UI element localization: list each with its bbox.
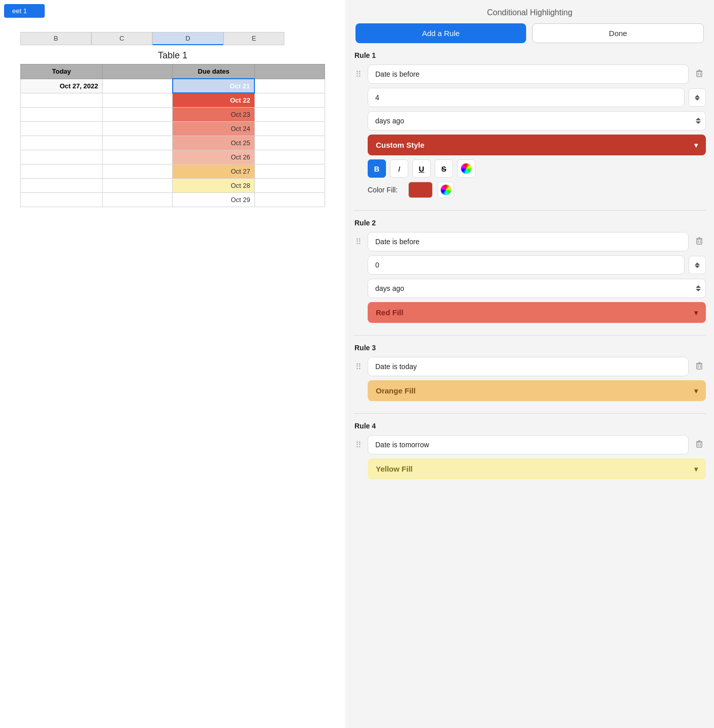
table-row: Oct 27, 2022 Oct 21 — [21, 79, 325, 93]
cell-oct28[interactable]: Oct 28 — [173, 178, 254, 192]
rule-4-style-dropdown: Yellow Fill ▾ — [353, 458, 706, 479]
text-color-button[interactable] — [457, 159, 475, 178]
rule-2-stepper[interactable] — [689, 256, 706, 274]
stepper-down-icon — [695, 98, 700, 101]
cell-b1[interactable] — [103, 79, 173, 93]
rule-1-stepper[interactable] — [689, 88, 706, 107]
svg-rect-15 — [697, 442, 702, 447]
rule-2-style-label: Red Fill — [376, 308, 403, 317]
fill-color-picker-button[interactable] — [438, 182, 454, 198]
rule-1-period-select[interactable]: days ago days from now — [368, 111, 706, 130]
cell-oct23[interactable]: Oct 23 — [173, 107, 254, 121]
panel-actions: Add a Rule Done — [345, 23, 714, 51]
conditional-highlighting-panel: Conditional Highlighting Add a Rule Done… — [345, 0, 714, 728]
th-due-dates: Due dates — [173, 64, 254, 79]
rule-2-value-input[interactable] — [368, 255, 685, 275]
cell-oct21[interactable]: Oct 21 — [173, 79, 254, 93]
rule-2-label: Rule 2 — [353, 219, 706, 227]
cell-today[interactable]: Oct 27, 2022 — [21, 79, 103, 93]
col-header-e[interactable]: E — [223, 32, 284, 45]
cell-oct22[interactable]: Oct 22 — [173, 93, 254, 107]
rule-4-style-button[interactable]: Yellow Fill ▾ — [368, 458, 706, 479]
cell-e1[interactable] — [254, 79, 324, 93]
rule-4-section: Rule 4 ⠿ Yellow Fill — [353, 422, 706, 479]
rule-4-style-label: Yellow Fill — [376, 465, 413, 473]
rule-2-delete-button[interactable] — [693, 234, 706, 250]
col-header-d[interactable]: D — [152, 32, 223, 45]
rule-2-condition-input[interactable] — [368, 232, 689, 251]
rule-1-style-button[interactable]: Custom Style ▾ — [368, 135, 706, 155]
spreadsheet-panel: eet 1 B C D E Table 1 Today Due dates — [0, 0, 345, 728]
done-button[interactable]: Done — [532, 23, 704, 43]
rule-2-divider — [353, 335, 706, 336]
rule-1-format-row: B I U S — [353, 159, 706, 178]
rule-3-style-button[interactable]: Orange Fill ▾ — [368, 380, 706, 401]
rule-2-style-dropdown: Red Fill ▾ — [353, 302, 706, 323]
svg-rect-5 — [697, 239, 702, 244]
rule-3-style-dropdown: Orange Fill ▾ — [353, 380, 706, 401]
panel-title: Conditional Highlighting — [345, 0, 714, 23]
strikethrough-button[interactable]: S — [435, 159, 453, 178]
cell-b2[interactable] — [21, 93, 103, 107]
rule-2-period-wrapper: days ago days from now — [368, 279, 706, 298]
fill-color-swatch[interactable] — [408, 182, 433, 198]
rule-2-condition-row: ⠿ — [353, 232, 706, 251]
table-row: Oct 28 — [21, 178, 325, 192]
italic-button[interactable]: I — [390, 159, 408, 178]
rule-2-period-row: days ago days from now — [353, 279, 706, 298]
rule-1-style-dropdown: Custom Style ▾ — [353, 135, 706, 155]
cell-oct26[interactable]: Oct 26 — [173, 150, 254, 164]
add-rule-button[interactable]: Add a Rule — [355, 23, 526, 43]
rule-2-style-button[interactable]: Red Fill ▾ — [368, 302, 706, 323]
rule-2-drag-handle[interactable]: ⠿ — [353, 237, 364, 247]
trash-icon — [695, 361, 704, 370]
rule-1-fill-row: Color Fill: — [353, 182, 706, 198]
rule-1-drag-handle[interactable]: ⠿ — [353, 70, 364, 79]
rule-3-style-label: Orange Fill — [376, 386, 415, 395]
table-row: Oct 24 — [21, 121, 325, 136]
rule-1-section: Rule 1 ⠿ — [353, 51, 706, 198]
cell-oct25[interactable]: Oct 25 — [173, 136, 254, 150]
rule-2-period-select[interactable]: days ago days from now — [368, 279, 706, 298]
cell-e2[interactable] — [254, 93, 324, 107]
rule-4-chevron-icon: ▾ — [694, 465, 698, 473]
stepper-up-icon — [695, 262, 700, 265]
cell-oct27[interactable]: Oct 27 — [173, 164, 254, 178]
th-empty2 — [254, 64, 324, 79]
table-title: Table 1 — [20, 45, 325, 64]
rule-1-period-wrapper: days ago days from now — [368, 111, 706, 130]
th-empty1 — [103, 64, 173, 79]
th-today: Today — [21, 64, 103, 79]
rule-4-condition-input[interactable] — [368, 435, 689, 454]
table-row: Oct 23 — [21, 107, 325, 121]
cell-c2[interactable] — [103, 93, 173, 107]
rule-3-section: Rule 3 ⠿ Orange Fill — [353, 344, 706, 401]
rule-3-chevron-icon: ▾ — [694, 387, 698, 395]
rule-1-delete-button[interactable] — [693, 67, 706, 82]
rule-1-value-row — [353, 88, 706, 107]
trash-icon — [695, 236, 704, 245]
col-header-c[interactable]: C — [91, 32, 152, 45]
table-row: Oct 29 — [21, 192, 325, 207]
rule-1-period-row: days ago days from now — [353, 111, 706, 130]
stepper-down-icon — [695, 266, 700, 268]
rule-3-drag-handle[interactable]: ⠿ — [353, 362, 364, 372]
fill-color-wheel-icon — [440, 184, 451, 195]
rule-1-condition-input[interactable] — [368, 64, 689, 84]
col-header-b[interactable]: B — [20, 32, 91, 45]
bold-button[interactable]: B — [368, 159, 386, 178]
rule-4-label: Rule 4 — [353, 422, 706, 430]
sheet-tab[interactable]: eet 1 — [4, 4, 45, 18]
cell-oct29[interactable]: Oct 29 — [173, 192, 254, 207]
rule-1-condition-row: ⠿ — [353, 64, 706, 84]
fill-label: Color Fill: — [368, 186, 403, 194]
rule-1-value-input[interactable] — [368, 88, 685, 107]
rule-3-condition-input[interactable] — [368, 357, 689, 376]
rule-3-delete-button[interactable] — [693, 359, 706, 375]
underline-button[interactable]: U — [412, 159, 431, 178]
rule-2-value-row — [353, 255, 706, 275]
rule-4-delete-button[interactable] — [693, 437, 706, 453]
column-headers: B C D E — [20, 32, 325, 45]
rule-4-drag-handle[interactable]: ⠿ — [353, 440, 364, 450]
cell-oct24[interactable]: Oct 24 — [173, 121, 254, 136]
